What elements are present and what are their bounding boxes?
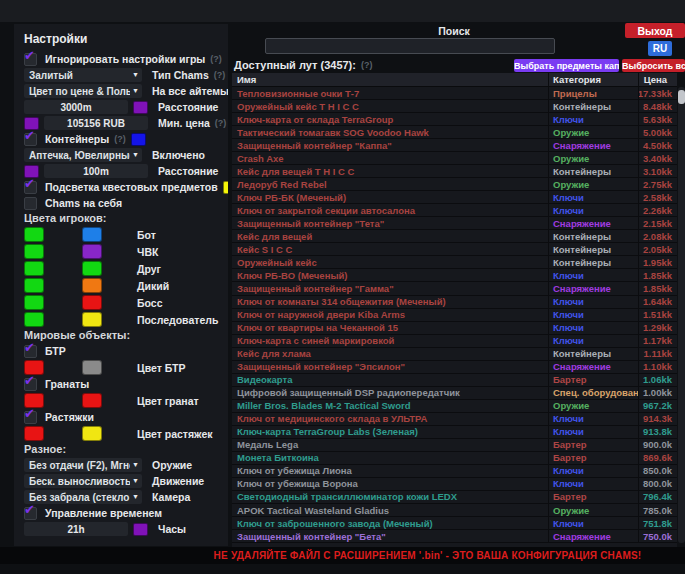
chevron-down-icon: ▼ [132,151,139,158]
scrollbar-track[interactable] [678,87,685,543]
loot-row[interactable]: Ключ-карта от склада TerraGroupКлючи5.63… [232,113,677,126]
control-label: Часы [158,523,186,535]
loot-item-name: Miller Bros. Blades M-2 Tactical Sword [232,400,548,412]
loot-row[interactable]: Miller Bros. Blades M-2 Tactical SwordОр… [232,400,677,413]
dropdown[interactable]: Без отдачи (F2), Мгновенное п▼ [24,458,142,472]
dropdown-value: Без забрала (стекло шлема) [24,492,130,503]
dropdown[interactable]: Цвет по цене & Пользователь▼ [24,84,142,98]
language-button[interactable]: RU [648,41,672,56]
loot-row[interactable]: Ключ от закрытой секции автосалонаКлючи2… [232,204,677,217]
loot-row[interactable]: APOK Tactical Wasteland GladiusОружие785… [232,504,677,517]
loot-row[interactable]: Ключ от комнаты 314 общежития (Меченый)К… [232,296,677,309]
color-swatch[interactable] [82,393,102,408]
help-hint: (?) [114,134,126,144]
checkbox[interactable]: ✔ [24,378,37,391]
loot-item-name: Ключ-карта TerraGroup Labs (Зеленая) [232,426,548,438]
color-swatch[interactable] [133,523,148,536]
color-swatch[interactable] [24,227,44,242]
text-input[interactable]: 21h [24,522,128,536]
loot-row[interactable]: Кейс для хламаКонтейнеры1.11kk [232,348,677,361]
loot-row[interactable]: Кейс для вещейКонтейнеры2.08kk [232,230,677,243]
search-input[interactable] [265,38,555,54]
loot-row[interactable]: Ключ-карта TerraGroup Labs (Зеленая)Ключ… [232,426,677,439]
loot-row[interactable]: Светодиодный трансиллюминатор кожи LEDXБ… [232,491,677,504]
loot-item-category: Бартер [548,374,638,386]
sidebar-row: Цвет растяжек [14,426,228,441]
color-swatch[interactable] [133,101,148,114]
loot-row[interactable]: Ключ от убежища ВоронаКлючи800.0k [232,478,677,491]
loot-row[interactable]: Медаль LegaБартер900.0k [232,439,677,452]
color-swatch[interactable] [24,295,44,310]
color-swatch[interactable] [24,312,44,327]
select-kappa-items-button[interactable]: Выбрать предметы каппа [514,59,619,72]
loot-row[interactable]: Ключ РБ-БК (Меченый)Ключи2.58kk [232,191,677,204]
color-swatch[interactable] [82,426,102,441]
dropdown[interactable]: Без забрала (стекло шлема)▼ [24,490,142,504]
checkbox[interactable]: ✔ [24,133,37,146]
checkbox[interactable]: ✔ [24,345,37,358]
color-swatch[interactable] [82,261,102,276]
loot-item-price: 2.58kk [638,191,677,203]
loot-row[interactable]: Защищенный контейнер "Эпсилон"Снаряжение… [232,361,677,374]
dropdown[interactable]: Аптечка, Ювелирные и...▼ [24,148,142,162]
checkbox[interactable]: ✔ [24,181,37,194]
loot-row[interactable]: Защищенный контейнер "Бета"Снаряжение750… [232,530,677,543]
sidebar-row: Цвет по цене & Пользователь▼На все айтем… [14,84,228,98]
loot-row[interactable]: Кейс S I C CКонтейнеры2.05kk [232,243,677,256]
loot-row[interactable]: Ключ от наружной двери Kiba ArmsКлючи1.5… [232,309,677,322]
control-label: Оружие [152,459,192,471]
loot-row[interactable]: Защищенный контейнер "Каппа"Снаряжение4.… [232,139,677,152]
scrollbar-thumb[interactable] [678,90,685,104]
color-swatch[interactable] [82,278,102,293]
color-swatch[interactable] [24,278,44,293]
loot-row[interactable]: Ключ от заброшенного завода (Меченый)Клю… [232,517,677,530]
color-swatch[interactable] [223,181,228,194]
loot-row[interactable]: Монета БиткоинаБартер869.6k [232,452,677,465]
sidebar-row: 105156 RUBМин. цена(?) [14,116,228,130]
loot-row[interactable]: Ключ от квартиры на Чеканной 15Ключи1.29… [232,322,677,335]
loot-row[interactable]: Оружейный кейс T H I C CКонтейнеры8.48kk [232,100,677,113]
color-swatch[interactable] [82,227,102,242]
loot-row[interactable]: Ключ-карта с синей маркировкойКлючи1.17k… [232,335,677,348]
loot-row[interactable]: Цифровой защищенный DSP радиопередатчикС… [232,387,677,400]
column-header-name[interactable]: Имя [232,73,548,86]
color-swatch[interactable] [131,133,146,146]
loot-row[interactable]: Ключ от медицинского склада в УЛЬТРАКлюч… [232,413,677,426]
loot-row[interactable]: Тепловизионные очки Т-7Прицелы17.33kk [232,87,677,100]
loot-row[interactable]: Ключ от убежища ЛионаКлючи850.0k [232,465,677,478]
drop-all-button[interactable]: Выбросить все [622,59,685,72]
loot-row[interactable]: Ледоруб Red RebelОружие2.75kk [232,178,677,191]
checkbox[interactable]: ✔ [24,507,37,520]
text-input[interactable]: 105156 RUB [44,116,148,130]
column-header-price[interactable]: Цена [638,73,677,86]
loot-row[interactable]: Оружейный кейсКонтейнеры1.95kk [232,256,677,269]
loot-row[interactable]: Кейс для вещей T H I C CКонтейнеры3.10kk [232,165,677,178]
text-input[interactable]: 100m [44,164,148,178]
loot-row[interactable]: Ключ РБ-ВО (Меченый)Ключи1.85kk [232,269,677,282]
loot-row[interactable]: Защищенный контейнер "Гамма"Снаряжение1.… [232,282,677,295]
loot-item-name: Тактический томагавк SOG Voodoo Hawk [232,126,548,138]
text-input[interactable]: 3000m [24,100,128,114]
loot-row[interactable]: Crash AxeОружие3.40kk [232,152,677,165]
checkbox[interactable]: ✔ [24,411,37,424]
color-swatch[interactable] [24,426,44,441]
loot-item-price: 1.85kk [638,269,677,281]
exit-button[interactable]: Выход [625,23,685,38]
sidebar-row: Chams на себя [14,196,228,210]
loot-row[interactable]: Защищенный контейнер "Тета"Снаряжение2.1… [232,217,677,230]
color-swatch[interactable] [82,244,102,259]
checkbox[interactable] [24,197,37,210]
color-swatch[interactable] [24,261,44,276]
column-header-category[interactable]: Категория [548,73,638,86]
checkbox[interactable]: ✔ [24,53,37,66]
color-swatch[interactable] [82,312,102,327]
dropdown[interactable]: Залитый▼ [24,68,142,82]
color-swatch[interactable] [24,244,44,259]
loot-item-price: 1.00kk [638,387,677,399]
sidebar-controls: ✔Игнорировать настройки игры(?)Залитый▼Т… [14,52,228,536]
color-swatch[interactable] [82,295,102,310]
loot-row[interactable]: Тактический томагавк SOG Voodoo HawkОруж… [232,126,677,139]
color-swatch[interactable] [82,360,102,375]
dropdown[interactable]: Беск. выносливость и нет уста▼ [24,474,142,488]
loot-row[interactable]: ВидеокартаБартер1.06kk [232,374,677,387]
